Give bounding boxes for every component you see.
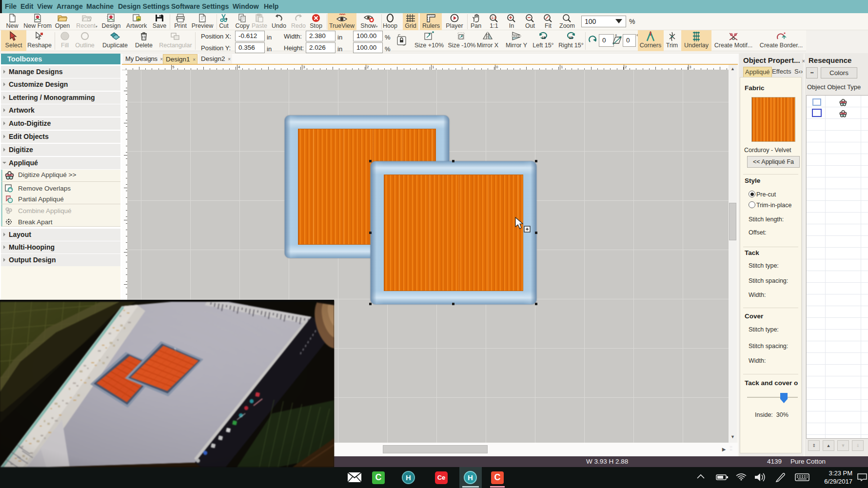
svg-text:15: 15 [542, 36, 546, 39]
svg-text:1:1: 1:1 [492, 16, 496, 20]
svg-text:15: 15 [569, 36, 573, 39]
